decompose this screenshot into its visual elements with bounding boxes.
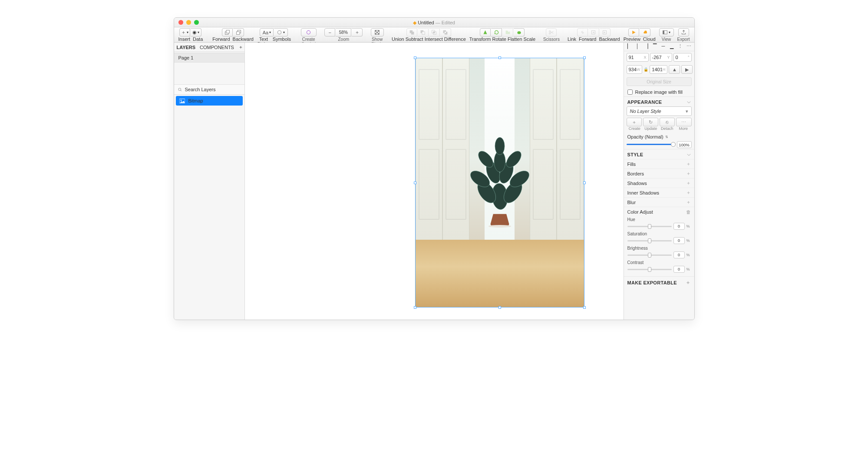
lock-aspect-icon[interactable]: 🔒 [644, 67, 648, 72]
blur-row[interactable]: Blur＋ [624, 197, 694, 207]
view-button[interactable]: ▾ [659, 28, 674, 36]
bitmap-content [416, 58, 584, 307]
insert-button[interactable]: ＋▾ [179, 28, 190, 36]
brightness-adjust: Brightness 0% [624, 245, 694, 259]
add-inner-shadow-icon[interactable]: ＋ [686, 189, 691, 196]
search-placeholder: Search Layers [185, 87, 216, 92]
saturation-slider[interactable] [627, 240, 672, 241]
align-center-h-icon[interactable]: │ [635, 43, 640, 50]
export-label: Export [677, 37, 690, 42]
borders-row[interactable]: Borders＋ [624, 169, 694, 178]
style-create-button[interactable]: ＋ [627, 118, 642, 126]
width-input[interactable]: 934W [627, 65, 643, 74]
svg-rect-5 [375, 30, 376, 32]
shadows-row[interactable]: Shadows＋ [624, 178, 694, 188]
align-left-icon[interactable]: ▏ [627, 43, 632, 50]
style-more-button[interactable]: ⋯ [676, 118, 691, 126]
difference-button[interactable] [440, 28, 451, 36]
inner-shadows-row[interactable]: Inner Shadows＋ [624, 188, 694, 197]
saturation-adjust: Saturation 0% [624, 231, 694, 245]
maximize-window-button[interactable] [194, 20, 199, 25]
align-top-icon[interactable]: ▔ [652, 43, 657, 50]
cloud-button[interactable] [640, 28, 650, 36]
svg-point-14 [517, 31, 521, 34]
zoom-out-button[interactable]: − [324, 28, 335, 36]
add-page-icon[interactable]: ＋ [238, 44, 243, 50]
brightness-value[interactable]: 0 [673, 251, 685, 258]
distribute-v-icon[interactable]: ⋯ [686, 43, 691, 50]
text-styles-button[interactable]: Aa▾ [260, 28, 274, 36]
minimize-window-button[interactable] [186, 20, 191, 25]
opacity-label[interactable]: Opacity (Normal) ⇅ [624, 132, 694, 141]
rotate-input[interactable]: 0° [673, 53, 692, 62]
align-center-v-icon[interactable]: ─ [660, 43, 666, 50]
layer-style-select[interactable]: No Layer Style▾ [627, 106, 692, 116]
delete-color-adjust-icon[interactable]: 🗑 [686, 209, 691, 215]
flip-h-button[interactable]: ▲ [669, 65, 680, 74]
page-item[interactable]: Page 1 [174, 53, 244, 63]
image-icon [179, 99, 185, 103]
svg-rect-9 [378, 33, 379, 34]
symbols-button[interactable]: ▾ [274, 28, 288, 36]
transform-button[interactable] [480, 28, 491, 36]
align-right-icon[interactable]: ▕ [644, 43, 649, 50]
subtract-button[interactable] [418, 28, 429, 36]
union-button[interactable] [406, 28, 417, 36]
layers-tab[interactable]: LAYERS [177, 45, 196, 50]
replace-with-fill-checkbox[interactable]: Replace image with fill [624, 88, 694, 96]
make-exportable-header[interactable]: MAKE EXPORTABLE＋ [624, 276, 694, 287]
left-sidebar: LAYERS COMPONENTS ＋ ⌃ Page 1 Search Laye… [174, 43, 245, 320]
x-input[interactable]: 91X [627, 53, 649, 62]
show-pixels-button[interactable] [371, 28, 384, 36]
align-bottom-icon[interactable]: ▁ [669, 43, 674, 50]
fills-row[interactable]: Fills＋ [624, 159, 694, 169]
hotspot-backward-button[interactable] [600, 28, 611, 36]
appearance-section-header[interactable]: APPEARANCE [624, 96, 694, 106]
hue-slider[interactable] [627, 226, 672, 227]
style-section-header[interactable]: STYLE [624, 149, 694, 159]
selected-image[interactable] [415, 58, 584, 307]
link-button[interactable] [577, 28, 588, 36]
y-input[interactable]: -267Y [650, 53, 672, 62]
inspector: ▏ │ ▕ ▔ ─ ▁ ⋮ ⋯ 91X -267Y 0° 934W 🔒 1401… [624, 43, 694, 320]
contrast-slider[interactable] [627, 269, 672, 270]
distribute-h-icon[interactable]: ⋮ [678, 43, 683, 50]
create-symbol-button[interactable] [301, 28, 317, 36]
flatten-button[interactable] [502, 28, 513, 36]
saturation-value[interactable]: 0 [673, 237, 685, 244]
opacity-slider[interactable]: 100% [627, 141, 692, 147]
add-shadow-icon[interactable]: ＋ [686, 180, 691, 186]
scale-button[interactable] [514, 28, 525, 36]
close-window-button[interactable] [178, 20, 183, 25]
add-blur-icon[interactable]: ＋ [686, 199, 691, 205]
scissors-button[interactable] [546, 28, 557, 36]
zoom-value[interactable]: 58% [336, 28, 351, 36]
height-input[interactable]: 1401H [650, 65, 667, 74]
original-size-button[interactable]: Original Size [627, 77, 692, 86]
intersect-button[interactable] [429, 28, 440, 36]
backward-label: Backward [233, 37, 254, 42]
style-update-button[interactable]: ↻ [643, 118, 658, 126]
backward-button[interactable] [233, 28, 244, 36]
add-border-icon[interactable]: ＋ [686, 170, 691, 177]
export-button[interactable] [678, 28, 689, 36]
hotspot-forward-button[interactable] [588, 28, 599, 36]
rotate-button[interactable] [491, 28, 502, 36]
canvas[interactable] [245, 43, 624, 320]
components-tab[interactable]: COMPONENTS [200, 45, 234, 50]
style-detach-button[interactable]: ⎋ [660, 118, 675, 126]
preview-button[interactable] [628, 28, 639, 36]
contrast-value[interactable]: 0 [673, 266, 685, 273]
layer-item-bitmap[interactable]: Bitmap [176, 96, 243, 106]
zoom-in-button[interactable]: ＋ [352, 28, 363, 36]
hue-value[interactable]: 0 [673, 223, 685, 230]
flip-v-button[interactable]: ▶ [681, 65, 693, 74]
search-layers-input[interactable]: Search Layers [174, 84, 244, 95]
forward-button[interactable] [222, 28, 233, 36]
opacity-value[interactable]: 100% [677, 141, 692, 148]
brightness-slider[interactable] [627, 254, 672, 256]
data-label: Data [193, 37, 203, 42]
data-button[interactable]: ◉▾ [191, 28, 201, 36]
add-fill-icon[interactable]: ＋ [686, 161, 691, 167]
svg-point-24 [488, 225, 511, 228]
